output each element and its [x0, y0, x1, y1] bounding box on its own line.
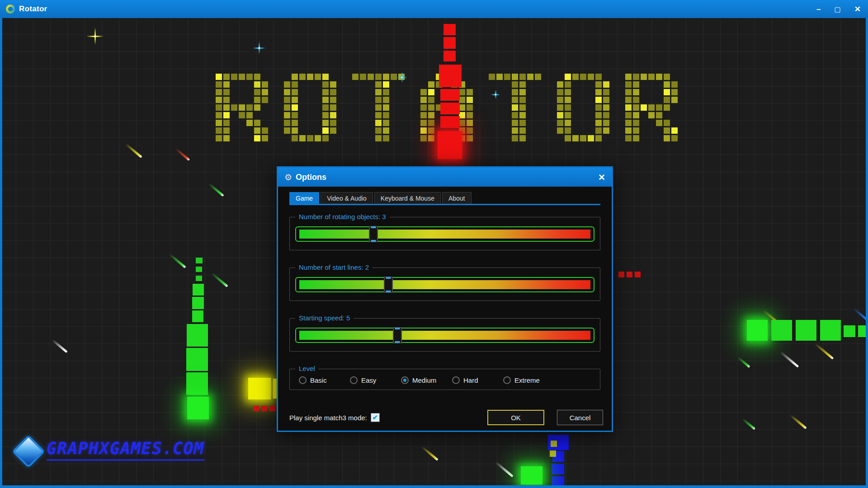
- title-pixel: [307, 74, 313, 80]
- minimize-button[interactable]: –: [816, 5, 821, 13]
- title-pixel: [284, 112, 290, 118]
- title-pixel: [292, 81, 298, 88]
- slider-thumb[interactable]: [384, 277, 393, 293]
- title-pixel: [625, 127, 632, 134]
- title-pixel: [216, 89, 222, 95]
- title-pixel: [656, 74, 662, 80]
- game-block: [552, 476, 564, 485]
- slider-groups: Number of rotating objects: 3Number of s…: [289, 217, 600, 352]
- title-pixel: [557, 127, 563, 134]
- title-pixel: [512, 127, 518, 134]
- sparkle-ray: [253, 47, 265, 49]
- game-block: [443, 37, 456, 49]
- title-pixel: [383, 127, 389, 134]
- title-pixel: [375, 112, 382, 118]
- radio-hard[interactable]: [452, 376, 460, 384]
- game-block: [186, 348, 208, 371]
- window-titlebar: Rotator – ▢ ✕: [0, 0, 868, 18]
- game-block: [550, 450, 556, 457]
- title-pixel: [254, 135, 260, 141]
- title-pixel: [391, 74, 397, 80]
- title-pixel: [330, 104, 336, 111]
- radio-medium[interactable]: [401, 376, 409, 384]
- sparkle-ray: [396, 77, 407, 78]
- tab-about[interactable]: About: [442, 192, 472, 204]
- slider-track[interactable]: [295, 226, 594, 242]
- title-pixel: [420, 97, 427, 103]
- title-pixel: [375, 81, 382, 88]
- radio-option-basic[interactable]: Basic: [299, 376, 346, 384]
- title-pixel: [519, 104, 526, 111]
- title-pixel: [633, 97, 639, 103]
- slider-group-1: Number of start lines: 2: [289, 267, 600, 301]
- title-pixel: [292, 135, 298, 141]
- radio-option-extreme[interactable]: Extreme: [503, 376, 551, 384]
- title-pixel: [535, 74, 541, 80]
- ok-button[interactable]: OK: [487, 410, 544, 425]
- title-pixel: [565, 89, 571, 95]
- title-pixel: [254, 74, 260, 80]
- tab-keyboard-mouse[interactable]: Keyboard & Mouse: [374, 192, 441, 204]
- title-pixel: [595, 135, 602, 141]
- game-block: [635, 272, 641, 277]
- radio-extreme[interactable]: [503, 376, 511, 384]
- title-pixel: [572, 74, 579, 80]
- radio-option-medium[interactable]: Medium: [401, 376, 448, 384]
- title-pixel: [512, 97, 518, 103]
- title-pixel: [512, 112, 518, 118]
- slider-thumb[interactable]: [369, 226, 378, 242]
- comet-streak: [125, 143, 142, 158]
- title-pixel: [588, 74, 594, 80]
- title-pixel: [580, 74, 586, 80]
- title-pixel: [383, 135, 389, 141]
- title-pixel: [223, 97, 230, 103]
- title-pixel: [512, 120, 518, 126]
- logo-text: GRAPHXGAMES.COM: [47, 439, 204, 461]
- tab-video-audio[interactable]: Video & Audio: [321, 192, 373, 204]
- title-pixel: [656, 104, 662, 111]
- radio-option-hard[interactable]: Hard: [452, 376, 500, 384]
- maximize-button[interactable]: ▢: [835, 6, 841, 13]
- tab-game[interactable]: Game: [289, 192, 319, 204]
- title-pixel: [664, 89, 670, 95]
- title-pixel: [459, 120, 465, 126]
- title-pixel: [292, 97, 298, 103]
- graphxgames-logo: GRAPHXGAMES.COM: [15, 436, 204, 463]
- title-pixel: [383, 81, 389, 88]
- title-pixel: [383, 120, 389, 126]
- dialog-close-icon[interactable]: ✕: [598, 172, 605, 183]
- sparkle: [396, 72, 407, 83]
- title-pixel: [254, 127, 260, 134]
- game-block: [187, 397, 209, 419]
- window-controls: – ▢ ✕: [816, 0, 861, 18]
- slider-thumb[interactable]: [393, 327, 402, 343]
- radio-option-easy[interactable]: Easy: [350, 376, 397, 384]
- slider-track[interactable]: [295, 277, 594, 292]
- title-pixel: [322, 135, 329, 141]
- title-pixel: [216, 112, 222, 118]
- cancel-button[interactable]: Cancel: [557, 410, 603, 425]
- close-button[interactable]: ✕: [854, 5, 861, 13]
- sparkle: [491, 90, 500, 99]
- title-pixel: [648, 112, 655, 118]
- title-pixel: [360, 74, 366, 80]
- radio-basic[interactable]: [299, 376, 307, 384]
- title-pixel: [322, 74, 329, 80]
- title-pixel: [239, 104, 245, 111]
- title-pixel: [557, 89, 563, 95]
- title-pixel: [322, 112, 329, 118]
- title-pixel: [572, 135, 579, 141]
- title-pixel: [595, 97, 602, 103]
- slider-track[interactable]: [295, 328, 594, 343]
- title-pixel: [504, 74, 510, 80]
- title-pixel: [519, 81, 526, 88]
- comet-streak: [175, 148, 190, 161]
- title-pixel: [664, 74, 670, 80]
- match3-checkbox[interactable]: ✔: [371, 413, 380, 422]
- title-pixel: [375, 120, 382, 126]
- app-icon: [6, 5, 15, 14]
- title-pixel: [527, 74, 533, 80]
- radio-easy[interactable]: [350, 376, 358, 384]
- title-pixel: [420, 89, 427, 95]
- dialog-titlebar[interactable]: ⚙ Options ✕: [278, 168, 612, 187]
